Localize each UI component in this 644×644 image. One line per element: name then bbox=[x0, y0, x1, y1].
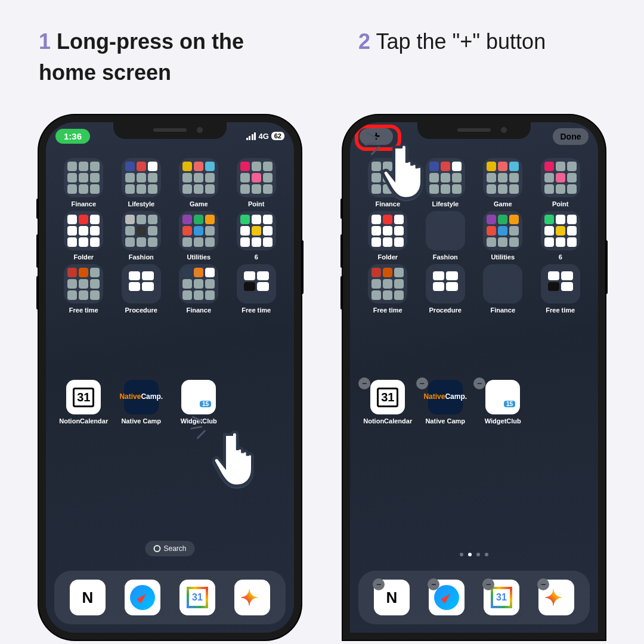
folder-free-time[interactable]: Free time bbox=[361, 264, 415, 314]
folder-fashion[interactable]: Fashion bbox=[419, 211, 473, 261]
folder-label: Folder bbox=[73, 253, 94, 261]
remove-app-button[interactable]: − bbox=[416, 377, 428, 389]
dock: N31 bbox=[54, 571, 286, 624]
step-1-heading: 1 Long-press on the home screen bbox=[39, 26, 301, 107]
folder-label: 6 bbox=[559, 253, 562, 261]
app-label: Native Camp bbox=[425, 417, 465, 425]
app-widgetclub[interactable]: −15WidgetClub bbox=[476, 380, 530, 425]
folder-free-time[interactable]: Free time bbox=[230, 264, 284, 314]
folder-6[interactable]: 6 bbox=[534, 211, 588, 261]
folder-point[interactable]: Point bbox=[534, 158, 588, 208]
folder-utilities[interactable]: Utilities bbox=[172, 211, 226, 261]
folder-label: Procedure bbox=[125, 306, 157, 314]
app-notioncalendar[interactable]: −31NotionCalendar bbox=[361, 380, 415, 425]
step-2-column: 2 Tap the "+" button + Done FinanceLifes… bbox=[343, 26, 605, 640]
folder-label: Game bbox=[190, 200, 208, 208]
remove-app-button[interactable]: − bbox=[428, 578, 439, 590]
folder-label: Point bbox=[248, 200, 265, 208]
step-1-column: 1 Long-press on the home screen 1:36 4G … bbox=[39, 26, 301, 640]
home-screen-edit-mode[interactable]: + Done FinanceLifestyleGamePointFolderFa… bbox=[350, 122, 598, 633]
folder-label: Lifestyle bbox=[432, 200, 459, 208]
folder-label: Utilities bbox=[491, 253, 515, 261]
folder-finance[interactable]: Finance bbox=[172, 264, 226, 314]
app-label: NotionCalendar bbox=[59, 417, 108, 425]
folder-6[interactable]: 6 bbox=[230, 211, 284, 261]
dock-app-gcal[interactable]: 31 bbox=[179, 580, 215, 615]
folder-label: Finance bbox=[186, 306, 211, 314]
folder-label: Free time bbox=[546, 306, 575, 314]
step-2-number: 2 bbox=[358, 29, 370, 54]
network-label: 4G bbox=[258, 132, 268, 141]
app-label: WidgetClub bbox=[485, 417, 521, 425]
folder-game[interactable]: Game bbox=[172, 158, 226, 208]
remove-app-button[interactable]: − bbox=[537, 578, 549, 590]
folder-folder[interactable]: Folder bbox=[361, 211, 415, 261]
dock-app-safari[interactable] bbox=[125, 580, 160, 615]
time-pill: 1:36 bbox=[55, 129, 90, 144]
folder-point[interactable]: Point bbox=[230, 158, 284, 208]
folder-label: Fashion bbox=[129, 253, 154, 261]
folder-finance[interactable]: Finance bbox=[476, 264, 530, 314]
folder-folder[interactable]: Folder bbox=[57, 211, 111, 261]
folder-label: Finance bbox=[71, 200, 96, 208]
step-1-number: 1 bbox=[39, 29, 51, 54]
remove-app-button[interactable]: − bbox=[358, 377, 370, 389]
long-press-hand-icon bbox=[205, 422, 276, 496]
app-label: NotionCalendar bbox=[363, 417, 412, 425]
app-label: Native Camp bbox=[121, 417, 161, 425]
folder-label: Utilities bbox=[187, 253, 210, 261]
folder-label: Finance bbox=[490, 306, 515, 314]
home-screen[interactable]: 1:36 4G 62 FinanceLifestyleGamePointFold… bbox=[46, 122, 294, 633]
dock-app-claude[interactable] bbox=[234, 580, 270, 615]
app-widgetclub[interactable]: 15WidgetClub bbox=[172, 380, 226, 425]
folder-procedure[interactable]: Procedure bbox=[419, 264, 473, 314]
battery-badge: 62 bbox=[271, 132, 284, 140]
folder-label: Free time bbox=[69, 306, 98, 314]
app-notioncalendar[interactable]: 31NotionCalendar bbox=[57, 380, 111, 425]
folder-game[interactable]: Game bbox=[476, 158, 530, 208]
phone-2: + Done FinanceLifestyleGamePointFolderFa… bbox=[343, 115, 605, 640]
folder-fashion[interactable]: Fashion bbox=[114, 211, 169, 261]
search-pill[interactable]: Search bbox=[145, 541, 194, 556]
step-1-text: Long-press on the home screen bbox=[39, 29, 244, 85]
remove-app-button[interactable]: − bbox=[373, 578, 385, 590]
folder-finance[interactable]: Finance bbox=[361, 158, 415, 208]
dock-app-gcal[interactable]: 31− bbox=[484, 580, 519, 615]
signal-icon bbox=[246, 132, 256, 140]
folder-label: Fashion bbox=[433, 253, 458, 261]
search-label: Search bbox=[163, 544, 186, 553]
app-label: WidgetClub bbox=[181, 417, 217, 425]
folder-label: Finance bbox=[375, 200, 400, 208]
page-indicator bbox=[460, 553, 488, 556]
step-2-heading: 2 Tap the "+" button bbox=[343, 26, 605, 107]
dock: N−−31−− bbox=[358, 571, 590, 624]
folder-label: Free time bbox=[373, 306, 402, 314]
app-native-camp[interactable]: −NativeCamp.Native Camp bbox=[419, 380, 473, 425]
folder-utilities[interactable]: Utilities bbox=[476, 211, 530, 261]
folder-label: Free time bbox=[242, 306, 271, 314]
folder-label: 6 bbox=[255, 253, 258, 261]
dock-app-notion[interactable]: N− bbox=[374, 580, 410, 615]
done-button[interactable]: Done bbox=[553, 128, 589, 145]
dock-app-safari[interactable]: − bbox=[429, 580, 465, 615]
dock-app-claude[interactable]: − bbox=[538, 580, 574, 615]
folder-finance[interactable]: Finance bbox=[57, 158, 111, 208]
dock-app-notion[interactable]: N bbox=[70, 580, 106, 615]
app-native-camp[interactable]: NativeCamp.Native Camp bbox=[114, 380, 169, 425]
folder-label: Lifestyle bbox=[128, 200, 154, 208]
phone-1: 1:36 4G 62 FinanceLifestyleGamePointFold… bbox=[39, 115, 301, 640]
folder-free-time[interactable]: Free time bbox=[534, 264, 588, 314]
folder-label: Point bbox=[552, 200, 569, 208]
folder-lifestyle[interactable]: Lifestyle bbox=[114, 158, 169, 208]
highlight-ring bbox=[355, 125, 401, 151]
folder-label: Procedure bbox=[429, 306, 462, 314]
folder-label: Game bbox=[494, 200, 512, 208]
step-2-text: Tap the "+" button bbox=[376, 29, 546, 54]
remove-app-button[interactable]: − bbox=[473, 377, 485, 389]
folder-lifestyle[interactable]: Lifestyle bbox=[419, 158, 473, 208]
remove-app-button[interactable]: − bbox=[482, 578, 494, 590]
folder-free-time[interactable]: Free time bbox=[57, 264, 111, 314]
folder-procedure[interactable]: Procedure bbox=[114, 264, 169, 314]
folder-label: Folder bbox=[377, 253, 398, 261]
